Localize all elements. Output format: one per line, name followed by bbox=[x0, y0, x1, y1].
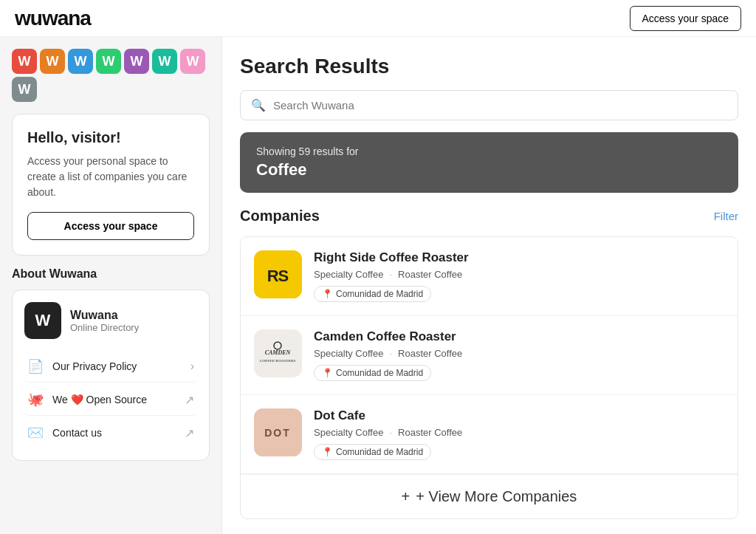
table-row[interactable]: RS Right Side Coffee Roaster Specialty C… bbox=[241, 237, 738, 316]
company-tags: Specialty Coffee · Roaster Coffee bbox=[314, 269, 724, 280]
color-icon-gray: W bbox=[12, 77, 37, 102]
brand-subtitle: Online Directory bbox=[70, 322, 139, 333]
plus-icon: + bbox=[402, 488, 410, 505]
color-icon-red: W bbox=[12, 49, 37, 74]
company-logo-camden: CAMDEN COFFEE ROASTERS bbox=[254, 329, 302, 377]
company-tag: Specialty Coffee bbox=[314, 269, 383, 280]
results-showing-text: Showing 59 results for bbox=[256, 146, 722, 157]
company-tag: · bbox=[389, 348, 392, 359]
main-layout: W W W W W W W W Hello, visitor! Access y… bbox=[0, 37, 756, 534]
company-tag: · bbox=[389, 427, 392, 438]
privacy-policy-label: Our Privacy Policy bbox=[52, 360, 137, 372]
external-link-2-icon: ↗ bbox=[185, 426, 194, 440]
svg-text:DOT: DOT bbox=[264, 427, 291, 439]
location-text: Comunidad de Madrid bbox=[336, 289, 423, 299]
company-location: 📍 Comunidad de Madrid bbox=[314, 286, 431, 302]
about-title: About Wuwana bbox=[12, 267, 210, 281]
external-link-icon: ↗ bbox=[185, 393, 194, 407]
hello-description: Access your personal space to create a l… bbox=[27, 154, 194, 200]
contact-link[interactable]: ✉️ Contact us ↗ bbox=[24, 417, 197, 448]
company-tag: Specialty Coffee bbox=[314, 427, 383, 438]
about-links: 📄 Our Privacy Policy › 🐙 We ❤️ Open Sour… bbox=[24, 351, 197, 448]
company-tag: Specialty Coffee bbox=[314, 348, 383, 359]
view-more-label: + View More Companies bbox=[416, 488, 577, 505]
about-brand: W Wuwana Online Directory bbox=[24, 302, 197, 339]
search-input[interactable] bbox=[273, 99, 727, 112]
color-icon-pink: W bbox=[180, 49, 205, 74]
brand-icon: W bbox=[24, 302, 61, 339]
header: wuwana Access your space bbox=[0, 0, 756, 37]
privacy-policy-link[interactable]: 📄 Our Privacy Policy › bbox=[24, 351, 197, 383]
about-section: About Wuwana W Wuwana Online Directory 📄… bbox=[12, 267, 210, 461]
company-location: 📍 Comunidad de Madrid bbox=[314, 444, 431, 460]
companies-title: Companies bbox=[240, 208, 320, 225]
company-name: Camden Coffee Roaster bbox=[314, 329, 724, 344]
search-bar: 🔍 bbox=[240, 90, 738, 120]
company-list: RS Right Side Coffee Roaster Specialty C… bbox=[240, 236, 738, 519]
color-icon-teal: W bbox=[152, 49, 177, 74]
company-tag: · bbox=[389, 269, 392, 280]
company-tags: Specialty Coffee · Roaster Coffee bbox=[314, 348, 724, 359]
color-icon-blue: W bbox=[68, 49, 93, 74]
logo: wuwana bbox=[15, 7, 91, 30]
color-icons-row: W W W W W W W W bbox=[12, 49, 210, 102]
company-info-dot: Dot Cafe Specialty Coffee · Roaster Coff… bbox=[314, 408, 724, 460]
company-logo-dot: DOT bbox=[254, 408, 302, 456]
results-query: Coffee bbox=[256, 160, 722, 179]
table-row[interactable]: CAMDEN COFFEE ROASTERS Camden Coffee Roa… bbox=[241, 316, 738, 395]
main-content: Search Results 🔍 Showing 59 results for … bbox=[221, 37, 756, 534]
chevron-right-icon: › bbox=[190, 360, 194, 373]
results-banner: Showing 59 results for Coffee bbox=[240, 132, 738, 193]
svg-text:RS: RS bbox=[267, 267, 289, 285]
view-more-button[interactable]: + + View More Companies bbox=[241, 474, 738, 518]
mail-icon: ✉️ bbox=[27, 425, 44, 441]
company-info-camden: Camden Coffee Roaster Specialty Coffee ·… bbox=[314, 329, 724, 381]
brand-name: Wuwana bbox=[70, 309, 139, 322]
company-tag: Roaster Coffee bbox=[398, 348, 462, 359]
svg-text:CAMDEN: CAMDEN bbox=[265, 349, 292, 356]
company-tag: Roaster Coffee bbox=[398, 269, 462, 280]
svg-text:COFFEE ROASTERS: COFFEE ROASTERS bbox=[260, 359, 296, 363]
companies-header: Companies Filter bbox=[240, 208, 738, 225]
company-tags: Specialty Coffee · Roaster Coffee bbox=[314, 427, 724, 438]
color-icon-green: W bbox=[96, 49, 121, 74]
location-icon: 📍 bbox=[322, 289, 333, 299]
search-icon: 🔍 bbox=[251, 98, 266, 112]
hello-card: Hello, visitor! Access your personal spa… bbox=[12, 114, 210, 256]
filter-button[interactable]: Filter bbox=[714, 210, 738, 222]
location-text: Comunidad de Madrid bbox=[336, 447, 423, 457]
company-name: Dot Cafe bbox=[314, 408, 724, 423]
company-logo-rs: RS bbox=[254, 250, 302, 298]
location-icon: 📍 bbox=[322, 368, 333, 378]
access-space-header-button[interactable]: Access your space bbox=[630, 6, 742, 31]
location-text: Comunidad de Madrid bbox=[336, 368, 423, 378]
page-title: Search Results bbox=[240, 55, 738, 78]
company-location: 📍 Comunidad de Madrid bbox=[314, 365, 431, 381]
access-space-card-button[interactable]: Access your space bbox=[27, 212, 194, 240]
contact-label: Contact us bbox=[52, 427, 102, 439]
location-icon: 📍 bbox=[322, 447, 333, 457]
table-row[interactable]: DOT Dot Cafe Specialty Coffee · Roaster … bbox=[241, 395, 738, 474]
about-card: W Wuwana Online Directory 📄 Our Privacy … bbox=[12, 290, 210, 461]
color-icon-orange: W bbox=[40, 49, 65, 74]
open-source-label: We ❤️ Open Source bbox=[52, 394, 147, 405]
sidebar: W W W W W W W W Hello, visitor! Access y… bbox=[0, 37, 221, 534]
company-tag: Roaster Coffee bbox=[398, 427, 462, 438]
company-name: Right Side Coffee Roaster bbox=[314, 250, 724, 265]
company-info-rs: Right Side Coffee Roaster Specialty Coff… bbox=[314, 250, 724, 302]
open-source-link[interactable]: 🐙 We ❤️ Open Source ↗ bbox=[24, 384, 197, 416]
github-icon: 🐙 bbox=[27, 391, 44, 408]
document-icon: 📄 bbox=[27, 358, 44, 374]
color-icon-purple: W bbox=[124, 49, 149, 74]
hello-title: Hello, visitor! bbox=[27, 129, 194, 146]
